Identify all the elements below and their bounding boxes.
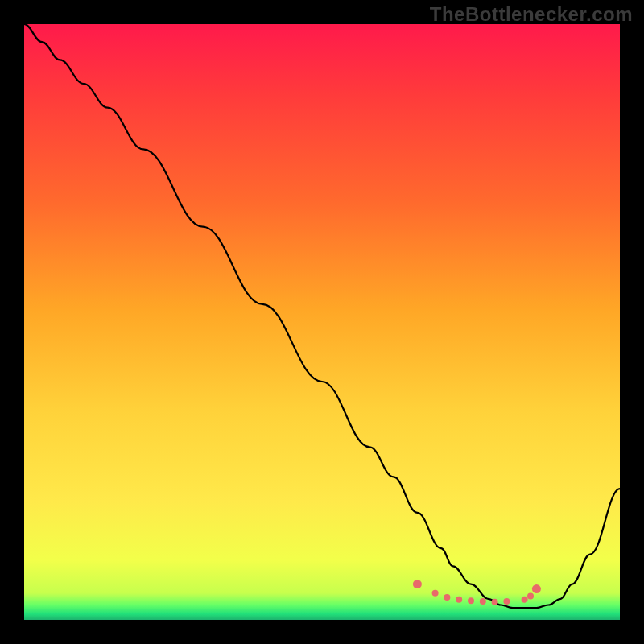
optimal-dot xyxy=(480,598,486,605)
optimal-dot xyxy=(527,592,534,599)
optimal-dot xyxy=(456,597,462,603)
chart-svg xyxy=(24,24,620,620)
watermark-text: TheBottlenecker.com xyxy=(430,3,633,26)
optimal-dot xyxy=(432,590,439,597)
optimal-dot xyxy=(503,598,510,605)
optimal-dot xyxy=(532,584,541,593)
chart-frame: TheBottlenecker.com xyxy=(0,0,644,644)
optimal-dot xyxy=(444,594,450,601)
plot-area xyxy=(24,24,620,620)
gradient-background xyxy=(24,24,620,620)
optimal-dot xyxy=(492,599,498,605)
optimal-dot xyxy=(468,597,474,604)
optimal-dot xyxy=(413,580,422,588)
optimal-dot xyxy=(522,597,528,603)
